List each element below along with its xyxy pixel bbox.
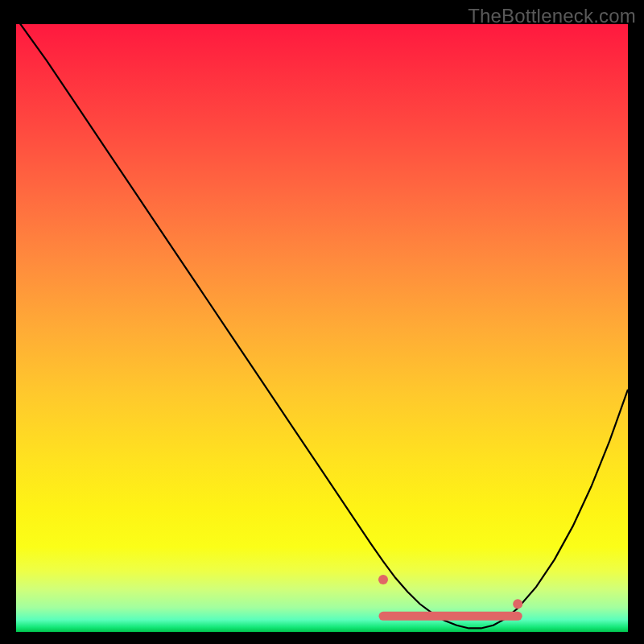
plot-area [16,24,628,632]
chart-container: TheBottleneck.com [0,0,644,644]
optimal-zone-dot-right [513,599,522,609]
curve-svg [16,24,628,632]
bottleneck-curve [16,24,628,628]
optimal-zone-dot-left [378,575,388,584]
